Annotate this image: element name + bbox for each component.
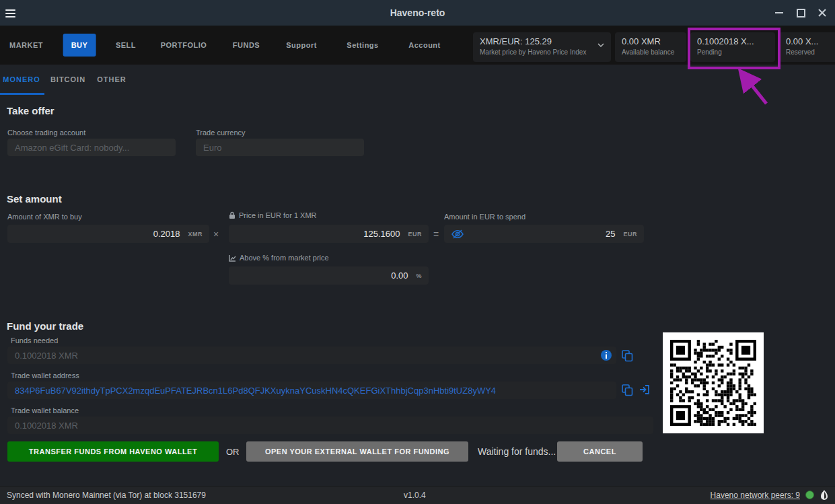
amount-suffix: XMR xyxy=(188,231,203,238)
price-value: 125.1600 xyxy=(363,229,400,239)
pending-balance-block: 0.1002018 X... Pending xyxy=(690,32,775,62)
tab-bitcoin[interactable]: BITCOIN xyxy=(50,75,85,83)
equals-separator: = xyxy=(433,229,439,240)
market-price-selector[interactable]: XMR/EUR: 125.29 Market price by Haveno P… xyxy=(473,32,611,62)
active-tab-underline xyxy=(0,93,44,95)
tor-onion-icon xyxy=(819,489,830,502)
multiply-separator: × xyxy=(213,229,219,240)
maximize-icon xyxy=(797,9,805,17)
amount-input[interactable]: 0.2018 XMR xyxy=(7,225,209,243)
status-bar: Synced with Monero Mainnet (via Tor) at … xyxy=(0,486,835,504)
nav-support[interactable]: Support xyxy=(286,26,317,65)
available-balance-label: Available balance xyxy=(622,48,686,56)
wallet-address-field[interactable]: 834P6FuB67V92ithdyTpPCX2mzqdEuPFATEJRBcn… xyxy=(7,382,616,399)
wallet-address-label: Trade wallet address xyxy=(11,371,79,380)
trade-currency-select[interactable]: Euro xyxy=(196,139,364,156)
window-title: Haveno-reto xyxy=(0,0,835,26)
maximize-button[interactable] xyxy=(791,0,811,26)
wallet-balance-label: Trade wallet balance xyxy=(11,406,79,415)
reserved-balance-value: 0.00 X... xyxy=(786,36,835,46)
connection-status-icon xyxy=(805,491,814,499)
annotation-arrow xyxy=(723,65,774,109)
lock-icon xyxy=(229,211,235,219)
price-input[interactable]: 125.1600 EUR xyxy=(229,225,429,243)
minimize-button[interactable] xyxy=(769,0,789,26)
pending-balance-label: Pending xyxy=(697,48,775,56)
app-window: Haveno-reto MARKET BUY SELL PORTFOLIO FU… xyxy=(0,0,835,504)
deviation-suffix: % xyxy=(416,273,422,279)
trading-account-label: Choose trading account xyxy=(7,129,85,137)
wallet-address-copy-icon[interactable] xyxy=(622,384,633,396)
spend-suffix: EUR xyxy=(623,231,637,238)
deviation-input[interactable]: 0.00 % xyxy=(229,266,429,285)
reserved-balance-label: Reserved xyxy=(786,48,835,56)
fund-trade-heading: Fund your trade xyxy=(7,320,83,332)
nav-settings[interactable]: Settings xyxy=(347,26,378,65)
spend-value: 25 xyxy=(606,229,615,239)
tab-other[interactable]: OTHER xyxy=(97,75,126,83)
amount-value: 0.2018 xyxy=(153,229,180,239)
chevron-down-icon xyxy=(597,43,604,47)
eye-slash-icon[interactable] xyxy=(451,229,464,239)
price-suffix: EUR xyxy=(408,231,422,238)
set-amount-heading: Set amount xyxy=(7,193,62,205)
available-balance-block: 0.00 XMR Available balance xyxy=(615,32,686,62)
funds-needed-copy-icon[interactable] xyxy=(622,350,633,362)
close-icon xyxy=(818,9,826,17)
wallet-balance-field: 0.1002018 XMR xyxy=(7,417,653,434)
reserved-balance-block: 0.00 X... Reserved xyxy=(779,32,835,62)
transfer-funds-button[interactable]: TRANSFER FUNDS FROM HAVENO WALLET xyxy=(7,441,219,462)
funds-needed-label: Funds needed xyxy=(11,336,58,345)
market-price-value: XMR/EUR: 125.29 xyxy=(480,36,611,46)
nav-funds[interactable]: FUNDS xyxy=(233,26,260,65)
sync-status: Synced with Monero Mainnet (via Tor) at … xyxy=(7,491,206,500)
or-text: OR xyxy=(226,447,240,457)
take-offer-heading: Take offer xyxy=(7,105,55,116)
open-wallet-link-icon[interactable] xyxy=(639,384,650,395)
main-nav: MARKET BUY SELL PORTFOLIO FUNDS Support … xyxy=(0,26,835,65)
app-version: v1.0.4 xyxy=(404,491,426,500)
deviation-value: 0.00 xyxy=(391,271,408,281)
external-wallet-button[interactable]: OPEN YOUR EXTERNAL WALLET FOR FUNDING xyxy=(246,441,468,462)
chart-icon xyxy=(229,254,236,262)
market-price-source: Market price by Haveno Price Index xyxy=(480,48,611,56)
waiting-status-text: Waiting for funds... xyxy=(478,446,556,457)
nav-account[interactable]: Account xyxy=(408,26,441,65)
deviation-label: Above % from market price xyxy=(229,254,329,262)
amount-label: Amount of XMR to buy xyxy=(7,213,82,221)
tab-monero[interactable]: MONERO xyxy=(3,75,40,83)
minimize-icon xyxy=(775,12,783,13)
nav-portfolio[interactable]: PORTFOLIO xyxy=(161,26,207,65)
nav-buy[interactable]: BUY xyxy=(63,34,96,57)
price-label: Price in EUR for 1 XMR xyxy=(229,211,317,219)
close-button[interactable] xyxy=(812,0,832,26)
nav-sell[interactable]: SELL xyxy=(116,26,136,65)
network-peers-link[interactable]: Haveno network peers: 9 xyxy=(711,491,800,500)
funds-needed-info-icon[interactable] xyxy=(601,350,612,361)
nav-market[interactable]: MARKET xyxy=(9,26,43,65)
spend-input[interactable]: 25 EUR xyxy=(444,225,644,243)
trading-account-select[interactable]: Amazon eGift Card: nobody... xyxy=(7,139,176,156)
available-balance-value: 0.00 XMR xyxy=(622,36,686,46)
pending-balance-value: 0.1002018 X... xyxy=(697,36,775,46)
trade-currency-label: Trade currency xyxy=(196,129,246,137)
spend-label: Amount in EUR to spend xyxy=(444,213,525,221)
qr-code xyxy=(663,332,764,433)
title-bar: Haveno-reto xyxy=(0,0,835,26)
cancel-button[interactable]: CANCEL xyxy=(557,441,643,462)
funds-needed-field: 0.1002018 XMR xyxy=(7,347,616,364)
